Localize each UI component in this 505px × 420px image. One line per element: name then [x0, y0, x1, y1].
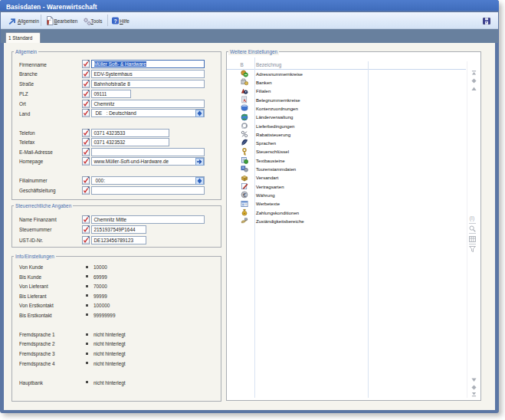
svg-text:?: ? [113, 18, 116, 24]
